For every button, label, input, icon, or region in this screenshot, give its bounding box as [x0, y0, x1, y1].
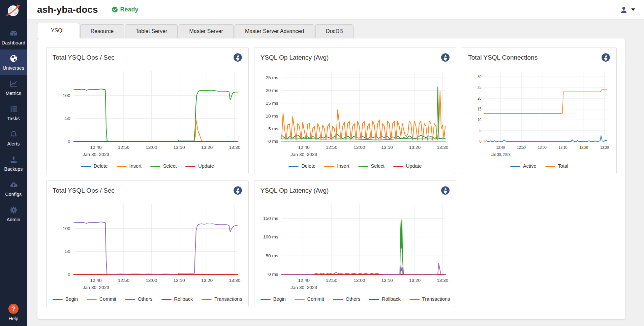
tab-tablet-server[interactable]: Tablet Server — [125, 24, 178, 38]
prometheus-icon[interactable] — [601, 53, 610, 62]
sidebar-item-backups[interactable]: Backups — [0, 151, 27, 176]
tab-docdb[interactable]: DocDB — [315, 24, 354, 38]
svg-text:12:50: 12:50 — [517, 145, 526, 150]
sidebar-item-dashboard[interactable]: Dashboard — [0, 24, 27, 50]
line-chart-canvas[interactable]: 0 ms5 ms10 ms15 ms20 ms25 ms12:40Jan 30,… — [260, 67, 450, 159]
sidebar-item-label: Alerts — [7, 141, 20, 146]
universe-globe-icon — [9, 54, 18, 63]
line-chart-canvas[interactable]: 0 ms50 ms100 ms150 ms12:40Jan 30, 202312… — [260, 200, 450, 292]
legend-item-insert[interactable]: Insert — [117, 163, 142, 169]
line-chart-canvas[interactable]: 05010012:40Jan 30, 202312:5013:0013:1013… — [53, 67, 242, 159]
svg-text:12:40: 12:40 — [90, 145, 102, 150]
legend-swatch — [545, 166, 555, 167]
legend-item-commit[interactable]: Commit — [87, 296, 116, 302]
legend-item-update[interactable]: Update — [185, 163, 214, 169]
legend-label: Begin — [273, 296, 286, 302]
prometheus-icon[interactable] — [233, 53, 242, 62]
legend-item-total[interactable]: Total — [545, 163, 569, 169]
user-menu[interactable] — [609, 0, 644, 19]
legend-label: Total — [558, 163, 569, 169]
chart-title: YSQL Op Latency (Avg) — [260, 54, 329, 61]
check-circle-icon — [112, 6, 118, 13]
sidebar-item-label: Metrics — [6, 91, 22, 96]
sidebar-item-label: Backups — [4, 166, 23, 172]
sidebar-item-metrics[interactable]: Metrics — [0, 75, 27, 100]
svg-text:12:40: 12:40 — [90, 278, 102, 283]
svg-text:13:00: 13:00 — [146, 278, 157, 283]
legend-item-insert[interactable]: Insert — [324, 163, 349, 169]
legend-item-begin[interactable]: Begin — [260, 296, 286, 302]
svg-text:0: 0 — [68, 272, 70, 277]
svg-text:20 ms: 20 ms — [266, 88, 278, 93]
legend-swatch — [87, 299, 97, 300]
legend-label: Insert — [337, 163, 349, 169]
charts-card: Total YSQL Ops / Sec 05010012:40Jan 30, … — [37, 38, 626, 320]
sidebar-item-alerts[interactable]: Alerts — [0, 125, 27, 151]
yugabyte-logo-icon — [5, 2, 22, 20]
svg-text:13:00: 13:00 — [538, 145, 547, 150]
legend-item-transactions[interactable]: Transactions — [409, 296, 450, 302]
tab-ysql[interactable]: YSQL — [37, 23, 79, 38]
svg-text:100 ms: 100 ms — [263, 234, 278, 239]
legend-swatch — [117, 166, 127, 167]
sidebar-item-help[interactable]: ? Help — [0, 304, 27, 321]
svg-text:0: 0 — [68, 139, 70, 144]
legend-item-update[interactable]: Update — [393, 163, 422, 169]
svg-text:13:20: 13:20 — [201, 278, 213, 283]
legend-item-select[interactable]: Select — [358, 163, 385, 169]
charts-grid: Total YSQL Ops / Sec 05010012:40Jan 30, … — [46, 47, 617, 307]
legend-item-begin[interactable]: Begin — [53, 296, 78, 302]
legend-swatch — [358, 166, 368, 167]
chart-legend: DeleteInsertSelectUpdate — [260, 162, 450, 170]
legend-item-transactions[interactable]: Transactions — [202, 296, 242, 302]
prometheus-icon[interactable] — [441, 186, 450, 195]
legend-swatch — [409, 299, 420, 300]
chart-title: Total YSQL Ops / Sec — [53, 54, 115, 61]
line-chart-canvas[interactable]: 05101520253012:40Jan 30, 202312:5013:001… — [468, 67, 610, 159]
svg-text:30: 30 — [478, 74, 482, 79]
legend-item-delete[interactable]: Delete — [288, 163, 315, 169]
sidebar-item-tasks[interactable]: Tasks — [0, 100, 27, 125]
legend-item-delete[interactable]: Delete — [81, 163, 108, 169]
legend-item-select[interactable]: Select — [150, 163, 177, 169]
svg-text:25 ms: 25 ms — [266, 75, 278, 80]
legend-item-commit[interactable]: Commit — [295, 296, 324, 302]
sidebar-item-configs[interactable]: Configs — [0, 176, 27, 201]
panel-total-ysql-ops: Total YSQL Ops / Sec 05010012:40Jan 30, … — [46, 47, 249, 174]
legend-label: Select — [371, 163, 385, 169]
metrics-chart-icon — [9, 79, 18, 88]
legend-item-others[interactable]: Others — [125, 296, 153, 302]
backups-upload-icon — [9, 155, 18, 164]
legend-swatch — [324, 166, 334, 167]
prometheus-icon[interactable] — [233, 186, 242, 195]
legend-item-others[interactable]: Others — [333, 296, 361, 302]
legend-label: Delete — [94, 163, 108, 169]
chart-title: YSQL Op Latency (Avg) — [260, 187, 329, 194]
line-chart-canvas[interactable]: 05010012:40Jan 30, 202312:5013:0013:1013… — [53, 200, 242, 292]
legend-label: Insert — [129, 163, 142, 169]
svg-text:13:30: 13:30 — [437, 278, 449, 283]
sidebar-item-label: Help — [9, 316, 19, 321]
prometheus-icon[interactable] — [441, 53, 450, 62]
tab-master-server-advanced[interactable]: Master Server Advanced — [235, 24, 314, 38]
sidebar-item-universes[interactable]: Universes — [0, 50, 27, 75]
chart-legend: BeginCommitOthersRollbackTransactions — [260, 295, 450, 303]
legend-item-rollback[interactable]: Rollback — [369, 296, 401, 302]
yugabyte-logo[interactable] — [0, 0, 27, 22]
tab-master-server[interactable]: Master Server — [179, 24, 233, 38]
svg-text:Jan 30, 2023: Jan 30, 2023 — [290, 152, 317, 157]
legend-swatch — [393, 166, 403, 167]
legend-label: Active — [523, 163, 536, 169]
legend-swatch — [150, 166, 160, 167]
svg-text:13:20: 13:20 — [201, 145, 213, 150]
legend-item-rollback[interactable]: Rollback — [161, 296, 193, 302]
svg-text:13:00: 13:00 — [354, 278, 365, 283]
dashboard-gauge-icon — [9, 29, 18, 38]
svg-text:50: 50 — [65, 249, 70, 254]
sidebar-item-label: Universes — [3, 65, 24, 71]
sidebar-item-admin[interactable]: Admin — [0, 201, 27, 226]
top-header: ash-yba-docs Ready — [27, 0, 644, 20]
legend-item-active[interactable]: Active — [510, 163, 536, 169]
svg-text:13:10: 13:10 — [381, 278, 393, 283]
tab-resource[interactable]: Resource — [80, 24, 124, 38]
